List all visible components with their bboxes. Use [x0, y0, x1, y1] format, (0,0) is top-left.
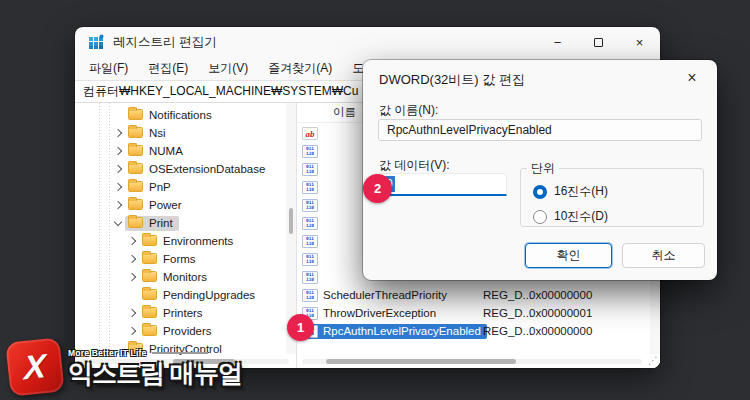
callout-badge-2: 2 [363, 174, 392, 203]
folder-icon [142, 289, 157, 300]
chevron-right-icon[interactable] [114, 183, 122, 191]
tree-item-osextensiondatabase[interactable]: OSExtensionDatabase [75, 160, 296, 178]
titlebar[interactable]: 레지스트리 편집기 − × [75, 27, 660, 57]
chevron-right-icon[interactable] [128, 273, 136, 281]
value-name-label: 값 이름(N): [379, 102, 438, 119]
tree-item-nsi[interactable]: Nsi [75, 124, 296, 142]
value-name-field[interactable]: RpcAuthnLevelPrivacyEnabled [378, 119, 702, 141]
radio-unselected-icon[interactable] [533, 210, 547, 224]
folder-icon [142, 235, 157, 246]
tree-item-forms[interactable]: Forms [75, 250, 296, 268]
menu-edit[interactable]: 편집(E) [138, 58, 198, 79]
tree-item-numa[interactable]: NUMA [75, 142, 296, 160]
tree-item-providers[interactable]: Providers [75, 322, 296, 340]
value-data-input[interactable]: 0 [378, 173, 507, 196]
radio-selected-icon[interactable] [533, 185, 547, 199]
tree-item-power[interactable]: Power [75, 196, 296, 214]
logo-x-icon: X [5, 337, 64, 396]
folder-icon [128, 145, 143, 156]
tree-item-notifications[interactable]: Notifications [75, 106, 296, 124]
resize-grip-icon[interactable]: ⋰ [648, 356, 658, 366]
radio-decimal[interactable]: 10진수(D) [533, 208, 703, 225]
value-row-schedulerthreadpriority[interactable]: SchedulerThreadPriority REG_D... 0x00000… [297, 286, 650, 304]
dialog-close-button[interactable]: × [681, 67, 703, 89]
tree-item-pendingupgrades[interactable]: PendingUpgrades [75, 286, 296, 304]
chevron-right-icon[interactable] [128, 255, 136, 263]
value-type: REG_D... [483, 307, 532, 319]
logo-title: 익스트림 매뉴얼 [68, 360, 242, 386]
value-data: 0x00000001 [529, 307, 592, 319]
logo-tagline: More Better IT Life [68, 348, 146, 358]
dword-value-icon [302, 271, 318, 284]
folder-icon [128, 109, 143, 120]
chevron-right-icon[interactable] [114, 147, 122, 155]
folder-icon [128, 127, 143, 138]
dword-value-icon [302, 235, 318, 248]
chevron-right-icon[interactable] [128, 309, 136, 317]
ok-button[interactable]: 확인 [525, 243, 612, 268]
close-button[interactable]: × [619, 27, 660, 57]
logo-divider-line [152, 352, 208, 354]
folder-icon [142, 253, 157, 264]
chevron-down-icon[interactable] [114, 218, 122, 226]
folder-icon [142, 325, 157, 336]
menu-file[interactable]: 파일(F) [79, 58, 138, 79]
tree-item-printers[interactable]: Printers [75, 304, 296, 322]
dword-value-icon [302, 289, 318, 302]
value-data: 0x00000000 [529, 325, 592, 337]
dialog-title: DWORD(32비트) 값 편집 [379, 71, 525, 89]
chevron-right-icon[interactable] [128, 327, 136, 335]
value-row-rpcauthnlevelprivacyenabled[interactable]: RpcAuthnLevelPrivacyEnabled REG_D... 0x0… [297, 322, 650, 340]
value-data: 0x00000000 [529, 289, 592, 301]
maximize-icon [594, 38, 603, 47]
base-group: 단위 16진수(H) 10진수(D) [520, 160, 704, 227]
value-type: REG_D... [483, 325, 532, 337]
chevron-right-icon[interactable] [114, 129, 122, 137]
window-title: 레지스트리 편집기 [113, 34, 216, 51]
value-data-label: 값 데이터(V): [379, 157, 450, 174]
list-hscrollbar-thumb[interactable] [326, 359, 516, 364]
dword-edit-dialog: DWORD(32비트) 값 편집 × 값 이름(N): RpcAuthnLeve… [363, 60, 717, 280]
dword-value-icon [302, 199, 318, 212]
chevron-right-icon[interactable] [114, 201, 122, 209]
address-path: 컴퓨터₩HKEY_LOCAL_MACHINE₩SYSTEM₩Cu [83, 83, 358, 100]
folder-icon [128, 217, 143, 228]
maximize-button[interactable] [578, 27, 619, 57]
dword-value-icon [302, 145, 318, 158]
string-value-icon [302, 127, 318, 140]
dword-value-icon [302, 163, 318, 176]
dword-value-icon [302, 181, 318, 194]
base-group-label: 단위 [527, 160, 559, 177]
folder-icon [142, 307, 157, 318]
cancel-button[interactable]: 취소 [622, 243, 705, 268]
radio-hexadecimal[interactable]: 16진수(H) [533, 183, 703, 200]
site-logo: X More Better IT Life 익스트림 매뉴얼 [8, 340, 242, 394]
dword-value-icon [302, 217, 318, 230]
tree-item-pnp[interactable]: PnP [75, 178, 296, 196]
menu-view[interactable]: 보기(V) [198, 58, 258, 79]
chevron-right-icon[interactable] [128, 237, 136, 245]
dword-value-icon [302, 253, 318, 266]
tree-item-monitors[interactable]: Monitors [75, 268, 296, 286]
list-horizontal-scrollbar[interactable] [302, 359, 642, 364]
folder-icon [128, 163, 143, 174]
callout-badge-1: 1 [287, 314, 314, 341]
tree-scrollbar-thumb[interactable] [289, 208, 293, 234]
tree-item-environments[interactable]: Environments [75, 232, 296, 250]
menu-favorites[interactable]: 즐겨찾기(A) [258, 58, 342, 79]
registry-tree-pane[interactable]: Notifications Nsi NUMA OSExtensionDataba… [75, 103, 296, 368]
chevron-right-icon[interactable] [114, 165, 122, 173]
folder-icon [128, 199, 143, 210]
regedit-app-icon [88, 34, 104, 50]
tree-item-print[interactable]: Print [75, 214, 296, 232]
value-row-throwdriverexception[interactable]: ThrowDriverException REG_D... 0x00000001 [297, 304, 650, 322]
folder-icon [142, 271, 157, 282]
folder-icon [128, 181, 143, 192]
minimize-button[interactable]: − [537, 27, 578, 57]
value-type: REG_D... [483, 289, 532, 301]
